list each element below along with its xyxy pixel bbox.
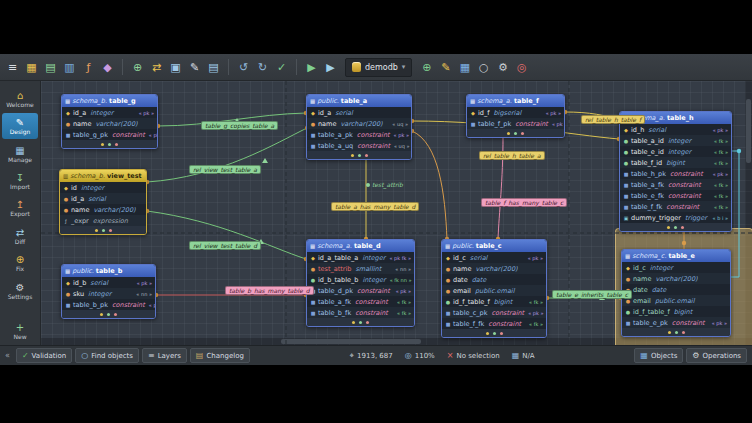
new-function-icon[interactable]: ƒ xyxy=(80,58,97,77)
preview-icon[interactable]: ▶ xyxy=(322,58,339,77)
bottom-menu-icon[interactable]: « xyxy=(5,351,10,360)
table-header[interactable]: ▦public.table_b xyxy=(62,265,155,277)
row-flags: « pk » xyxy=(137,110,154,116)
new-sequence-icon[interactable]: ⊕ xyxy=(129,58,146,77)
table-node-table_h[interactable]: ▦schema_a.table_h◆id_hserial« pk »●table… xyxy=(619,111,732,232)
sidebar-item-design[interactable]: ✎Design xyxy=(2,113,38,138)
find-objects-tab[interactable]: ○Find objects xyxy=(75,348,139,363)
relationship-label[interactable]: table_f_has_many_table_c xyxy=(481,198,567,207)
row-flags: « fk » xyxy=(712,160,728,166)
con-icon: ■ xyxy=(445,310,451,316)
fix-icon: ⊕ xyxy=(16,254,24,265)
table-icon: ▦ xyxy=(65,98,70,104)
table-node-table_d[interactable]: ▦schema_a.table_d◆id_a_table_ainteger« p… xyxy=(306,239,415,327)
table-node-table_c[interactable]: ▦public.table_c◆id_cserial« pk »●namevar… xyxy=(441,239,547,338)
relationship-label[interactable]: rel_table_h_table_f xyxy=(581,115,645,124)
table-row: ◆id_hserial« pk » xyxy=(620,124,731,135)
sidebar-item-settings[interactable]: ⚙Settings xyxy=(2,278,38,303)
table-node-table_e[interactable]: ▦schema_c.table_e◆id_cinteger●namevarcha… xyxy=(621,249,731,337)
new-textbox-icon[interactable]: ▣ xyxy=(167,58,184,77)
table-node-table_a[interactable]: ▦public.table_a◆id_aserial●namevarchar(2… xyxy=(306,94,412,160)
zoom-level-icon: ◎ xyxy=(405,351,412,360)
row-name: table_e_fk xyxy=(631,192,664,200)
pk-icon: ◆ xyxy=(310,255,316,261)
edit-object-icon[interactable]: ✎ xyxy=(186,58,203,77)
row-type: bigint xyxy=(666,159,685,167)
sidebar-item-diff[interactable]: ⇄Diff xyxy=(2,223,38,248)
relationship-label[interactable]: table_b_has_many_table_d xyxy=(225,286,314,295)
validate-model-icon[interactable]: ✓ xyxy=(273,58,290,77)
validation-tab[interactable]: ✓Validation xyxy=(16,348,72,363)
sidebar-item-fix[interactable]: ⊕Fix xyxy=(2,251,38,276)
table-header[interactable]: ▦schema_b.table_g xyxy=(62,95,157,107)
relationship-label[interactable]: rel_table_h_table_a xyxy=(479,151,545,160)
redo-icon[interactable]: ↻ xyxy=(254,58,271,77)
relationship-label-text: rel_table_h_table_f xyxy=(585,116,641,123)
table-schema-name: schema_a. xyxy=(317,242,352,250)
run-icon[interactable]: ▶ xyxy=(303,58,320,77)
footer-dot xyxy=(107,313,110,316)
database-selector[interactable]: demodb ▾ xyxy=(345,58,412,77)
rel-table-h-table-e-line[interactable] xyxy=(731,151,739,277)
table-name: table_h xyxy=(667,114,694,122)
row-name: table_a_uq xyxy=(318,142,353,150)
sidebar-item-welcome[interactable]: ⌂Welcome xyxy=(2,86,38,111)
new-table-icon[interactable]: ▦ xyxy=(23,58,40,77)
objects-button[interactable]: ▦Objects xyxy=(634,348,683,363)
table-header[interactable]: ▦schema_a.table_f xyxy=(467,95,564,107)
table-node-table_f[interactable]: ▦schema_a.table_f◆id_fbigserial« pk »■ta… xyxy=(466,94,565,138)
table-icon: ▦ xyxy=(445,243,450,249)
welcome-icon: ⌂ xyxy=(17,90,23,101)
new-view-icon[interactable]: ▤ xyxy=(42,58,59,77)
changelog-tab[interactable]: ▤Changelog xyxy=(190,348,250,363)
table-node-table_b[interactable]: ▦public.table_b◆id_bserial« pk »●skuinte… xyxy=(61,264,156,319)
sidebar-item-label: Export xyxy=(10,210,30,217)
table-node-table_g[interactable]: ▦schema_b.table_g◆id_ainteger« pk »●name… xyxy=(61,94,158,149)
row-type: integer xyxy=(81,184,104,192)
pk-icon: ◆ xyxy=(625,265,631,271)
model-canvas[interactable]: ▦schema_b.table_g◆id_ainteger« pk »●name… xyxy=(41,81,752,345)
sidebar-item-export[interactable]: ↥Export xyxy=(2,196,38,221)
selection-status-icon: × xyxy=(447,351,454,360)
rel-view-test-table-d[interactable] xyxy=(147,211,306,259)
relationship-label[interactable]: rel_view_test_table_d xyxy=(189,241,261,250)
row-flags: « pk » xyxy=(135,280,152,286)
row-type: serial xyxy=(88,195,106,203)
edit-database-icon[interactable]: ✎ xyxy=(437,58,454,77)
sidebar-item-new[interactable]: +New xyxy=(2,319,38,344)
new-schema-icon[interactable]: ▥ xyxy=(61,58,78,77)
table-header[interactable]: ▦public.table_a xyxy=(307,95,411,107)
table-header[interactable]: ▦schema_c.table_e xyxy=(622,250,730,262)
row-type: bigserial xyxy=(493,109,521,117)
stop-icon[interactable]: ◎ xyxy=(513,58,530,77)
sidebar-item-import[interactable]: ↧Import xyxy=(2,168,38,193)
row-type: serial xyxy=(335,109,353,117)
relationship-label[interactable]: table_a_has_many_table_d xyxy=(331,202,419,211)
view-node-view_test[interactable]: ▥schema_b.view_test◆idinteger●id_aserial… xyxy=(59,169,147,235)
new-database-icon[interactable]: ⊕ xyxy=(418,58,435,77)
find-icon[interactable]: ○ xyxy=(475,58,492,77)
row-name: table_f_fk xyxy=(631,203,662,211)
relationship-label[interactable]: rel_view_test_table_a xyxy=(189,165,261,174)
relationship-label[interactable]: test_attrib xyxy=(363,180,406,189)
operations-button[interactable]: ⚙Operations xyxy=(686,348,747,363)
new-domain-icon[interactable]: ◆ xyxy=(99,58,116,77)
browse-data-icon[interactable]: ▦ xyxy=(456,58,473,77)
main-menu-icon[interactable]: ≡ xyxy=(4,58,21,77)
row-name: id_c xyxy=(453,254,466,262)
relationship-label[interactable]: table_g_copies_table_a xyxy=(201,121,278,130)
table-header[interactable]: ▦public.table_c xyxy=(442,240,546,252)
rel-table-c-table-f-fk-line[interactable] xyxy=(412,131,447,239)
layers-tab[interactable]: ≡Layers xyxy=(142,348,187,363)
new-relationship-icon[interactable]: ⇄ xyxy=(148,58,165,77)
relationship-label[interactable]: table_e_inherits_table_c xyxy=(552,290,632,299)
table-header[interactable]: ▥schema_b.view_test xyxy=(60,170,146,182)
settings-icon[interactable]: ⚙ xyxy=(494,58,511,77)
sidebar-item-manage[interactable]: ▦Manage xyxy=(2,141,38,166)
table-footer xyxy=(307,318,414,326)
source-code-icon[interactable]: ▤ xyxy=(205,58,222,77)
row-type: expression xyxy=(93,217,128,225)
table-row: ●datedate xyxy=(442,274,546,285)
table-header[interactable]: ▦schema_a.table_d xyxy=(307,240,414,252)
undo-icon[interactable]: ↺ xyxy=(235,58,252,77)
